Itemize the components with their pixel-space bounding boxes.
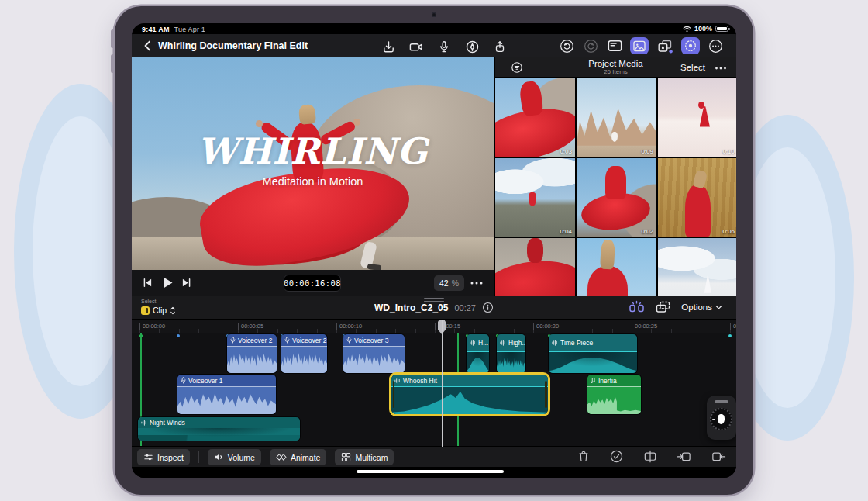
home-indicator[interactable] — [356, 470, 504, 473]
music-note-icon — [591, 377, 596, 384]
jog-dial-icon — [684, 39, 698, 53]
undo-icon — [559, 38, 575, 54]
speaker-icon — [214, 452, 224, 462]
play-button[interactable] — [161, 276, 174, 289]
media-browser-button[interactable] — [630, 37, 649, 54]
overlay-clip-button[interactable] — [655, 300, 671, 314]
clip-duration: 0:10 — [722, 148, 735, 155]
jog-wheel-button[interactable] — [681, 37, 700, 54]
zoom-unit: % — [452, 278, 459, 288]
info-button[interactable] — [482, 302, 494, 313]
record-video-button[interactable] — [408, 38, 425, 55]
clip-label: Voiceover 1 — [188, 377, 222, 385]
timeline-clip[interactable]: Voiceover 2 — [227, 334, 277, 373]
media-thumbnail[interactable]: 0:09 — [577, 78, 656, 157]
multicam-button[interactable]: Multicam — [335, 449, 394, 465]
undo-button[interactable] — [558, 37, 575, 54]
media-thumbnail[interactable] — [658, 238, 736, 296]
approve-check-button[interactable] — [609, 449, 624, 464]
front-camera — [432, 12, 436, 17]
media-grid: 0:03 0:09 0:10 0:04 0:02 0:06 — [495, 78, 736, 296]
media-thumbnail[interactable]: 0:04 — [495, 158, 575, 237]
timeline-clip-selected[interactable]: Whoosh Hit — [391, 375, 548, 414]
media-more-button[interactable] — [715, 64, 727, 72]
media-thumbnail[interactable]: 0:02 — [577, 158, 656, 237]
timeline-ruler[interactable]: 00:00:00 00:00:05 00:00:10 00:00:15 00:0… — [132, 320, 736, 333]
audio-waveform — [497, 352, 525, 373]
volume-button[interactable]: Volume — [208, 449, 261, 465]
jog-handle[interactable] — [715, 400, 728, 403]
marker-dot — [177, 334, 180, 337]
import-media-button[interactable] — [380, 38, 397, 55]
waveform-icon — [470, 340, 476, 346]
options-label: Options — [681, 302, 712, 312]
transport-bar: 00:00:16:08 42% — [132, 270, 494, 296]
timeline-clip[interactable]: Inertia — [587, 375, 641, 414]
trim-handle-right[interactable] — [545, 381, 547, 408]
timeline-clip[interactable]: Voiceover 1 — [177, 375, 276, 414]
inspect-button[interactable]: Inspect — [137, 449, 190, 465]
clip-label: Voiceover 2 — [292, 337, 326, 344]
video-camera-icon — [408, 40, 424, 54]
jog-wheel[interactable] — [707, 396, 736, 440]
media-panel-header: Project Media 26 Items Select — [495, 57, 736, 78]
timeline-clip[interactable]: High... — [497, 334, 525, 373]
clip-duration: 0:04 — [560, 228, 572, 235]
audio-waveform — [587, 387, 641, 414]
record-voiceover-button[interactable] — [436, 38, 453, 55]
animate-button[interactable]: Animate — [270, 449, 327, 465]
insert-left-button[interactable] — [677, 449, 692, 464]
options-button[interactable]: Options — [681, 302, 722, 312]
timecode-display[interactable]: 00:00:16:08 — [284, 275, 341, 292]
more-button[interactable] — [707, 37, 724, 54]
zoom-value: 42 — [439, 278, 449, 288]
clip-label: Voiceover 2 — [238, 337, 272, 344]
mic-icon — [181, 377, 186, 384]
skip-back-button[interactable] — [143, 278, 153, 288]
media-thumbnail[interactable] — [495, 238, 575, 296]
timeline-clip[interactable]: Night Winds — [138, 417, 300, 441]
mic-icon — [230, 337, 236, 344]
title-overlay: WHIRLING — [132, 130, 494, 172]
project-media-panel: Project Media 26 Items Select 0:03 0:09 … — [494, 57, 736, 296]
mic-icon — [284, 337, 290, 344]
waveform-icon — [394, 378, 401, 384]
video-viewer[interactable]: WHIRLING Meditation in Motion — [132, 57, 494, 270]
insert-right-button[interactable] — [711, 449, 726, 464]
button-label: Animate — [291, 453, 321, 462]
timeline-clip[interactable]: Voiceover 3 — [343, 334, 405, 373]
playhead[interactable] — [442, 320, 443, 447]
timeline-clip[interactable]: Time Piece — [549, 334, 637, 373]
draw-button[interactable] — [463, 38, 480, 55]
trim-handle-left[interactable] — [393, 381, 395, 408]
media-thumbnail[interactable]: 0:03 — [495, 78, 575, 157]
zoom-level-badge[interactable]: 42% — [434, 275, 464, 291]
redo-icon — [583, 38, 599, 54]
select-button[interactable]: Select — [680, 63, 705, 72]
jog-dial[interactable] — [710, 408, 732, 430]
redo-button[interactable] — [582, 37, 599, 54]
button-label: Multicam — [355, 453, 388, 462]
delete-button[interactable] — [577, 449, 591, 464]
ellipsis-icon — [708, 38, 724, 54]
timeline-header: Select Clip WD_Intro_C2_05 00:27 — [132, 296, 736, 320]
clip-connect-button[interactable] — [629, 300, 645, 314]
timeline-clip[interactable]: Voiceover 2 — [281, 334, 327, 373]
media-thumbnail[interactable]: 0:10 — [658, 78, 736, 157]
skip-forward-button[interactable] — [181, 278, 191, 288]
share-button[interactable] — [491, 38, 508, 55]
import-icon — [381, 40, 396, 54]
media-thumbnail[interactable]: 0:06 — [658, 158, 736, 237]
back-button[interactable] — [141, 39, 155, 53]
stacked-clips-button[interactable] — [656, 37, 674, 54]
split-clip-button[interactable] — [642, 449, 658, 464]
inspector-icon — [143, 452, 153, 462]
ruler-tick-label: 00:00:05 — [238, 323, 264, 330]
browser-panel-button[interactable] — [606, 37, 623, 54]
clip-duration: 0:09 — [641, 148, 653, 155]
viewer-more-button[interactable] — [470, 278, 484, 289]
media-thumbnail[interactable] — [577, 238, 656, 296]
current-clip-name: WD_Intro_C2_05 — [374, 302, 448, 313]
timeline-clip[interactable]: H... — [467, 334, 489, 373]
clip-label: Whoosh Hit — [403, 377, 437, 385]
